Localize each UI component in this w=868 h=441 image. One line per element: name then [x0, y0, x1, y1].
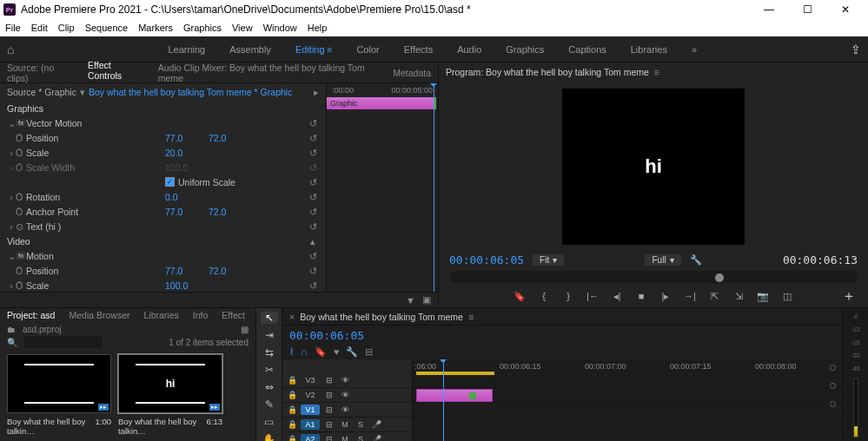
minimize-button[interactable]: — — [750, 0, 788, 19]
timeline-playhead[interactable] — [443, 359, 444, 441]
anchor-y[interactable]: 72.0 — [209, 207, 252, 217]
eff-playhead[interactable] — [434, 83, 434, 292]
timeline-tab-menu[interactable]: ≡ — [468, 312, 474, 322]
program-tab[interactable]: Program: Boy what the hell boy talking T… — [446, 67, 649, 77]
project-item-1[interactable]: hi▸▸ Boy what the hell boy talkin…6:13 — [118, 354, 222, 436]
search-icon[interactable]: 🔍 — [7, 338, 17, 347]
close-button[interactable]: ✕ — [826, 0, 865, 19]
target-v2[interactable]: ⊟ — [323, 391, 335, 399]
target-v1[interactable]: ⊟ — [323, 405, 335, 414]
anchor-x[interactable]: 77.0 — [165, 207, 209, 217]
track-output-a[interactable] — [830, 383, 836, 389]
add-marker-icon[interactable]: 🔖 — [512, 291, 527, 302]
tab-metadata[interactable]: Metadata — [393, 68, 431, 78]
reset-icon[interactable]: ↺ — [307, 148, 319, 158]
wrench-tl-icon[interactable]: 🔧 — [346, 346, 358, 358]
reset-icon[interactable]: ↺ — [307, 221, 319, 232]
eye-v2[interactable]: 👁 — [339, 391, 351, 399]
timeline-clip-graphic[interactable] — [416, 389, 493, 402]
pen-tool[interactable]: ✎ — [261, 398, 278, 411]
ws-learning[interactable]: Learning — [168, 44, 205, 55]
eye-v3[interactable]: 👁 — [339, 376, 351, 385]
timeline-tracks[interactable]: :06:00 00:00:06:15 00:00:07:00 00:00:07:… — [413, 359, 842, 441]
selection-tool[interactable]: ↖ — [261, 312, 278, 324]
tab-effect-controls[interactable]: Effect Controls — [88, 60, 144, 85]
home-icon[interactable]: ⌂ — [7, 43, 14, 56]
rectangle-tool[interactable]: ▭ — [261, 416, 278, 428]
search-input[interactable] — [24, 336, 103, 348]
reset-icon[interactable]: ↺ — [307, 177, 319, 188]
program-monitor[interactable]: hi — [562, 89, 745, 245]
reset-icon[interactable]: ↺ — [307, 118, 319, 128]
add-marker-tl-icon[interactable]: 🔖 — [315, 346, 327, 358]
toggle-rotation[interactable]: › — [7, 192, 16, 202]
ws-effects[interactable]: Effects — [404, 44, 433, 55]
target-a2[interactable]: ⊟ — [323, 435, 335, 441]
toggle-text[interactable]: › — [7, 221, 16, 232]
lock-a1[interactable]: 🔒 — [288, 420, 297, 429]
program-scrubber[interactable] — [449, 271, 858, 284]
playhead-sync-icon[interactable]: ▸ — [314, 87, 319, 97]
reset-icon[interactable]: ↺ — [307, 280, 319, 291]
menu-graphics[interactable]: Graphics — [183, 23, 222, 33]
storyboard-icon[interactable]: ▦ — [241, 325, 248, 334]
ws-assembly[interactable]: Assembly — [229, 44, 271, 55]
track-output-v[interactable] — [830, 365, 836, 371]
m-position-y[interactable]: 72.0 — [209, 266, 252, 276]
filter-clear-icon[interactable]: ▣ — [422, 294, 431, 306]
reset-icon[interactable]: ↺ — [307, 207, 319, 217]
step-back-icon[interactable]: ◂| — [609, 291, 625, 302]
bin-icon[interactable]: 🖿 — [7, 325, 16, 334]
track-a1[interactable]: A1 — [301, 419, 320, 430]
ws-audio[interactable]: Audio — [457, 44, 481, 55]
ws-graphics[interactable]: Graphics — [506, 44, 544, 55]
menu-markers[interactable]: Markers — [138, 23, 173, 33]
mute-a1[interactable]: M — [339, 420, 351, 429]
timeline-timecode[interactable]: 00:00:06:05 — [289, 329, 364, 342]
target-a1[interactable]: ⊟ — [323, 420, 335, 429]
reset-icon[interactable]: ↺ — [307, 192, 319, 202]
export-frame-icon[interactable]: 📷 — [755, 291, 771, 302]
go-in-icon[interactable]: |← — [585, 291, 600, 301]
hand-tool[interactable]: ✋ — [261, 433, 278, 441]
ws-editing[interactable]: Editing≡ — [295, 44, 332, 55]
reset-icon[interactable]: ↺ — [307, 251, 319, 261]
caption-track-icon[interactable]: ⊟ — [365, 346, 373, 358]
track-v1[interactable]: V1 — [301, 405, 320, 415]
rotation-value[interactable]: 0.0 — [165, 192, 209, 202]
tab-libraries[interactable]: Libraries — [143, 310, 178, 320]
ws-color[interactable]: Color — [356, 44, 379, 55]
lock-v2[interactable]: 🔒 — [288, 391, 297, 399]
tab-project[interactable]: Project: asd — [7, 310, 55, 320]
voice-a1[interactable]: 🎤 — [370, 420, 382, 429]
track-output-a[interactable] — [830, 401, 836, 407]
voice-a2[interactable]: 🎤 — [370, 435, 382, 441]
menu-view[interactable]: View — [232, 23, 253, 33]
track-a2[interactable]: A2 — [301, 434, 320, 441]
reset-icon[interactable]: ↺ — [307, 133, 319, 143]
toggle-scale[interactable]: › — [7, 148, 16, 158]
menu-edit[interactable]: Edit — [31, 23, 48, 33]
step-fwd-icon[interactable]: |▸ — [658, 291, 673, 302]
project-item-0[interactable]: ▸▸ Boy what the hell boy talkin…1:00 — [7, 354, 111, 436]
effcontrols-timeline[interactable]: :00:00 00:00:05:00 Graphic — [326, 83, 438, 292]
tab-info[interactable]: Info — [193, 310, 209, 320]
menu-file[interactable]: File — [5, 23, 21, 33]
wrench-icon[interactable]: 🔧 — [690, 254, 702, 266]
timeline-tab[interactable]: Boy what the hell boy talking Tom meme — [300, 312, 463, 322]
track-v3[interactable]: V3 — [301, 375, 320, 385]
button-editor-icon[interactable]: ＋ — [842, 287, 856, 306]
tl-settings-icon[interactable]: ♥ — [334, 346, 340, 358]
reset-icon[interactable]: ↺ — [307, 266, 319, 276]
eff-graphic-clip[interactable]: Graphic — [327, 97, 436, 109]
scrubber-thumb[interactable] — [715, 273, 724, 282]
tab-effects-panel[interactable]: Effect — [222, 310, 245, 320]
menu-sequence[interactable]: Sequence — [85, 23, 129, 33]
mark-in-icon[interactable]: { — [536, 291, 552, 301]
solo-a2[interactable]: S — [354, 435, 367, 441]
ripple-tool[interactable]: ⇆ — [261, 346, 278, 359]
mark-out-icon[interactable]: } — [560, 291, 576, 301]
program-current-tc[interactable]: 00:00:06:05 — [449, 253, 524, 267]
position-x[interactable]: 77.0 — [165, 133, 209, 143]
maximize-button[interactable]: ☐ — [788, 0, 826, 19]
